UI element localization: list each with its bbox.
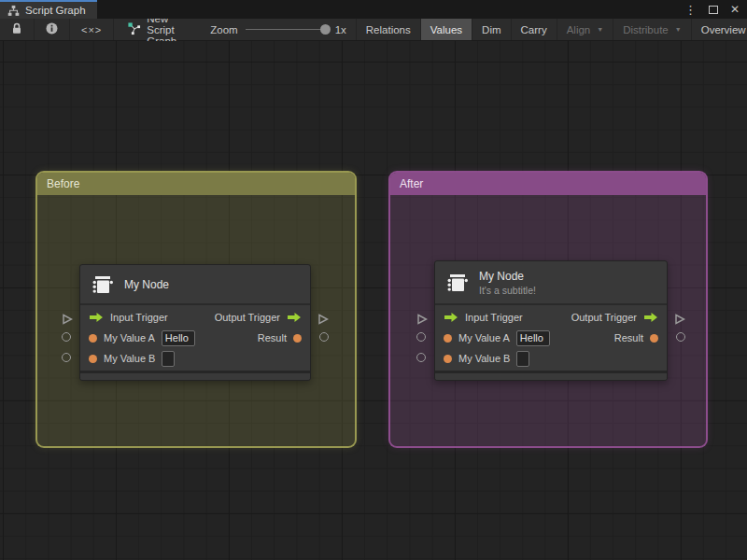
value-a-field[interactable] [516,330,550,346]
lock-button[interactable] [0,19,35,40]
promise-value-port[interactable] [62,332,71,342]
zoom-slider[interactable] [246,29,328,30]
tab-script-graph[interactable]: Script Graph [0,0,97,19]
node-after-header[interactable]: My Node It's a subtitle! [435,261,667,305]
maximize-icon[interactable] [709,6,718,14]
code-icon: <×> [81,24,102,35]
lock-icon [11,22,22,36]
value-output-port-icon[interactable] [293,334,302,343]
values-button[interactable]: Values [420,19,472,40]
promise-value-port[interactable] [319,332,329,342]
promise-value-port[interactable] [62,353,71,362]
tab-bar: Script Graph ⋮ ✕ [0,0,747,19]
zoom-value: 1x [335,24,346,35]
info-button[interactable] [35,19,70,40]
node-before-ports: Input Trigger Output Trigger My Value A … [80,305,310,371]
port-row-triggers: Input Trigger Output Trigger [80,307,310,328]
zoom-slider-handle[interactable] [320,24,331,35]
control-input-port-icon[interactable] [444,312,458,323]
node-title: My Node [124,278,169,291]
value-input-port-icon[interactable] [89,334,97,343]
tab-title: Script Graph [25,5,86,16]
port-row-value-a: My Value A Result [80,328,310,348]
control-input-port-icon[interactable] [89,312,104,323]
node-before[interactable]: My Node Input Trigger Output Trigger [79,264,311,381]
hierarchy-graph-icon [7,5,20,17]
port-row-value-b: My Value B [80,348,310,369]
group-before-title: Before [47,177,79,190]
node-subtitle: It's a subtitle! [479,285,536,296]
window-controls: ⋮ ✕ [684,0,740,19]
node-after[interactable]: My Node It's a subtitle! Input Trigger O… [434,260,668,381]
value-output-port-icon[interactable] [650,334,658,343]
info-icon [46,22,58,36]
promise-control-port[interactable] [317,312,329,323]
control-output-port-icon[interactable] [287,312,302,323]
dim-button[interactable]: Dim [472,19,510,40]
unit-node-icon [445,271,470,295]
chevron-down-icon: ▼ [675,26,682,33]
value-b-field[interactable] [516,351,529,367]
promise-value-port[interactable] [416,353,426,362]
promise-value-port[interactable] [676,332,685,342]
relations-button[interactable]: Relations [356,19,420,40]
node-title: My Node [479,270,536,283]
align-dropdown[interactable]: Align ▼ [557,19,613,40]
value-input-port-icon[interactable] [444,334,452,343]
value-input-port-icon[interactable] [444,355,452,363]
node-footer [80,371,310,380]
unit-node-icon [91,273,115,297]
promise-control-port[interactable] [674,312,685,323]
code-preview-button[interactable]: <×> [70,19,114,40]
overview-button[interactable]: Overview [691,19,747,40]
zoom-control: Zoom 1x [186,19,356,40]
chevron-down-icon: ▼ [597,26,603,33]
graph-name: New Script Graph [114,19,186,40]
node-before-header[interactable]: My Node [80,265,310,305]
distribute-dropdown[interactable]: Distribute ▼ [613,19,691,40]
port-row-value-a: My Value A Result [435,328,667,348]
zoom-label: Zoom [210,24,237,35]
group-before-header[interactable]: Before [37,173,355,195]
group-after-title: After [400,177,423,190]
group-after-header[interactable]: After [390,173,706,195]
control-output-port-icon[interactable] [643,312,658,323]
close-icon[interactable]: ✕ [730,3,740,16]
graph-canvas[interactable]: Before After My Node [0,41,747,560]
value-a-field[interactable] [162,330,195,346]
promise-control-port[interactable] [416,312,428,323]
carry-button[interactable]: Carry [511,19,557,40]
port-row-triggers: Input Trigger Output Trigger [435,307,667,328]
port-row-value-b: My Value B [435,348,667,369]
value-input-port-icon[interactable] [89,355,97,363]
node-footer [435,371,667,380]
promise-value-port[interactable] [416,332,426,342]
node-after-ports: Input Trigger Output Trigger My Value A … [435,305,667,371]
graph-toolbar: <×> New Script Graph Zoom 1x Relations V… [0,19,747,41]
window-menu-icon[interactable]: ⋮ [684,3,697,17]
toolbar-toggles: Relations Values Dim Carry Align ▼ Distr… [356,19,747,40]
value-b-field[interactable] [162,351,175,367]
script-graph-asset-icon [127,21,141,37]
promise-control-port[interactable] [62,312,73,323]
